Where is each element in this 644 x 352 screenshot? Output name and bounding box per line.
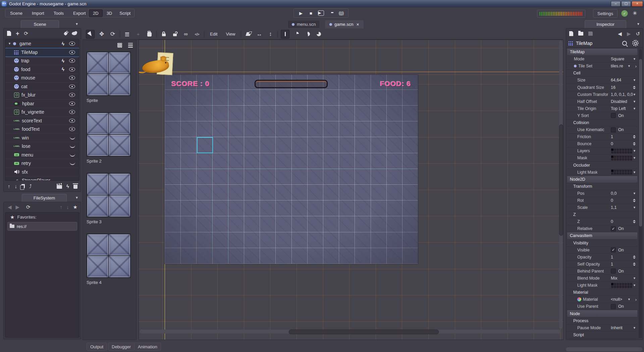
dropdown-arrow-icon[interactable]: ▼ — [633, 206, 636, 209]
tile-preview[interactable] — [87, 234, 131, 278]
revert-value-icon[interactable] — [574, 65, 577, 67]
search-icon[interactable] — [622, 41, 627, 46]
scene-tree-node-fx-blur[interactable]: fx_blur — [5, 91, 79, 100]
close-tab-icon[interactable]: × — [356, 22, 359, 27]
checkbox[interactable]: ✓ — [611, 247, 616, 252]
scene-tree-node-scoretext[interactable]: LABELscoreText — [5, 117, 79, 125]
tab-inspector-dock[interactable]: Inspector — [585, 20, 626, 28]
inspector-history-forward-icon[interactable]: ▶ — [627, 31, 631, 36]
scene-tree-node-hpbar[interactable]: hpbar — [5, 100, 79, 108]
scene-tree-node-foodtext[interactable]: LABELfoodText — [5, 125, 79, 134]
property-value[interactable]: Mix — [611, 276, 617, 281]
dropdown-arrow-icon[interactable]: ▼ — [633, 277, 636, 280]
new-edited-scene-icon[interactable] — [57, 184, 62, 189]
update-spinner-icon[interactable]: ✳ — [633, 10, 637, 16]
fs-forward-icon[interactable]: ▶ — [16, 204, 20, 210]
palette-grid-view-icon[interactable] — [117, 43, 122, 48]
scene-tree-node-menu[interactable]: okmenu — [5, 151, 79, 160]
menu-scene[interactable]: Scene — [5, 10, 27, 17]
property-value[interactable]: Square — [611, 57, 624, 61]
move-tool[interactable]: ✥ — [98, 30, 106, 38]
deploy-remote-icon[interactable]: ((ꞁ)) — [336, 11, 346, 15]
checkbox[interactable]: ✓ — [611, 226, 616, 231]
visibility-eye-closed-icon[interactable] — [70, 153, 75, 157]
group-button[interactable]: ∞ — [182, 30, 190, 38]
inspector-new-resource-icon[interactable] — [569, 31, 573, 36]
visibility-eye-icon[interactable] — [69, 127, 75, 131]
dropdown-arrow-icon[interactable]: ▼ — [633, 284, 636, 287]
property-value[interactable]: 0 — [611, 141, 613, 146]
inspector-dock-menu-caret[interactable]: ▼ — [637, 22, 640, 26]
scene-tree-node-fx-vignette[interactable]: fx_vignette — [5, 108, 79, 117]
move-node-down-icon[interactable]: ↓ — [15, 184, 17, 189]
property-value[interactable]: 1 — [611, 255, 613, 259]
tab-scene-dock[interactable]: Scene — [21, 20, 59, 28]
menu-export[interactable]: Export — [68, 10, 91, 17]
code-button[interactable]: </> — [193, 30, 201, 38]
connect-signals-icon[interactable] — [64, 32, 67, 35]
dropdown-arrow-icon[interactable]: ▼ — [633, 326, 636, 330]
bitmask-editor[interactable] — [611, 283, 633, 288]
scene-tree-node-cat[interactable]: cat — [5, 82, 79, 91]
bitmask-editor[interactable] — [611, 169, 633, 175]
property-value[interactable]: <null> — [611, 297, 622, 302]
edit-menu[interactable]: Edit — [207, 32, 220, 37]
add-node-icon[interactable]: + — [16, 31, 19, 37]
hscrollbar-thumb[interactable] — [289, 330, 439, 334]
tile-preview[interactable] — [87, 173, 131, 217]
property-value[interactable]: Inherit — [611, 326, 623, 330]
visibility-eye-closed-icon[interactable] — [70, 136, 75, 139]
flip-vertical-button[interactable]: ↕ — [266, 30, 274, 38]
visibility-eye-icon[interactable] — [69, 110, 75, 114]
inspector-history-icon[interactable]: ↺ — [636, 31, 640, 36]
dropdown-arrow-icon[interactable]: ▼ — [633, 107, 636, 110]
expand-arrow-icon[interactable]: ▼ — [8, 42, 12, 45]
canvas-hscrollbar[interactable] — [140, 330, 560, 334]
performance-gradient-bar[interactable] — [537, 10, 585, 18]
property-value[interactable]: 1,0, 0,1, 0,0 — [611, 92, 633, 97]
property-value[interactable]: 1 — [611, 134, 613, 139]
fs-favorite-icon[interactable]: ★ — [73, 204, 77, 210]
script-icon[interactable]: ϟ — [62, 66, 64, 72]
property-value[interactable]: 0 — [611, 198, 613, 203]
palette-tile-sprite-3[interactable]: Sprite 3 — [87, 173, 131, 224]
visibility-eye-closed-icon[interactable] — [70, 162, 75, 165]
property-value[interactable]: Disabled — [611, 99, 627, 104]
tile-rotate-270-button[interactable] — [315, 30, 323, 38]
palette-tile-sprite[interactable]: Sprite — [87, 52, 131, 103]
spinner-icon[interactable] — [633, 262, 636, 266]
tab-game-scn[interactable]: game.scn × — [325, 20, 364, 28]
property-value[interactable]: 0 — [611, 219, 613, 224]
fs-reload-icon[interactable]: ⟳ — [26, 204, 31, 210]
dropdown-arrow-icon[interactable]: ▼ — [633, 93, 636, 96]
dropdown-arrow-icon[interactable]: ▼ — [633, 100, 636, 103]
visibility-eye-icon[interactable] — [69, 50, 75, 54]
rotate-tool[interactable]: ⟳ — [109, 30, 117, 38]
tile-rotate-90-button[interactable] — [292, 30, 301, 38]
tab-output[interactable]: Output — [87, 343, 107, 351]
inspector-history-back-icon[interactable]: ◀ — [618, 31, 622, 36]
new-scene-icon[interactable] — [7, 31, 11, 36]
inspector-hscrollbar[interactable] — [566, 347, 642, 351]
unlock-button[interactable] — [171, 30, 179, 38]
property-value[interactable]: 16 — [611, 85, 615, 90]
play-button[interactable]: ▶ — [296, 11, 306, 16]
delete-node-icon[interactable] — [73, 184, 77, 189]
tab-filesystem-dock[interactable]: FileSystem — [22, 194, 67, 202]
scene-tree-node-sfx[interactable]: sfx — [5, 168, 79, 177]
tab-3d[interactable]: 3D — [103, 10, 116, 17]
pan-tool[interactable] — [145, 30, 153, 38]
dropdown-arrow-icon[interactable]: ▼ — [633, 57, 636, 61]
dropdown-arrow-icon[interactable]: ▼ — [633, 192, 636, 195]
inspector-scroll-thumb[interactable] — [639, 59, 643, 227]
visibility-eye-closed-icon[interactable] — [70, 144, 75, 148]
edit-resource-icon[interactable]: › — [635, 64, 637, 69]
tile-preview[interactable] — [87, 52, 131, 96]
bitmask-editor[interactable] — [611, 155, 633, 161]
visibility-eye-icon[interactable] — [69, 76, 75, 80]
fs-item-res[interactable]: res:// — [7, 222, 77, 231]
status-check-icon[interactable]: ✓ — [621, 10, 628, 17]
scene-tree-node-trap[interactable]: trapϟ — [5, 57, 79, 65]
palette-tile-sprite-4[interactable]: Sprite 4 — [87, 234, 131, 285]
visibility-eye-icon[interactable] — [69, 93, 75, 97]
